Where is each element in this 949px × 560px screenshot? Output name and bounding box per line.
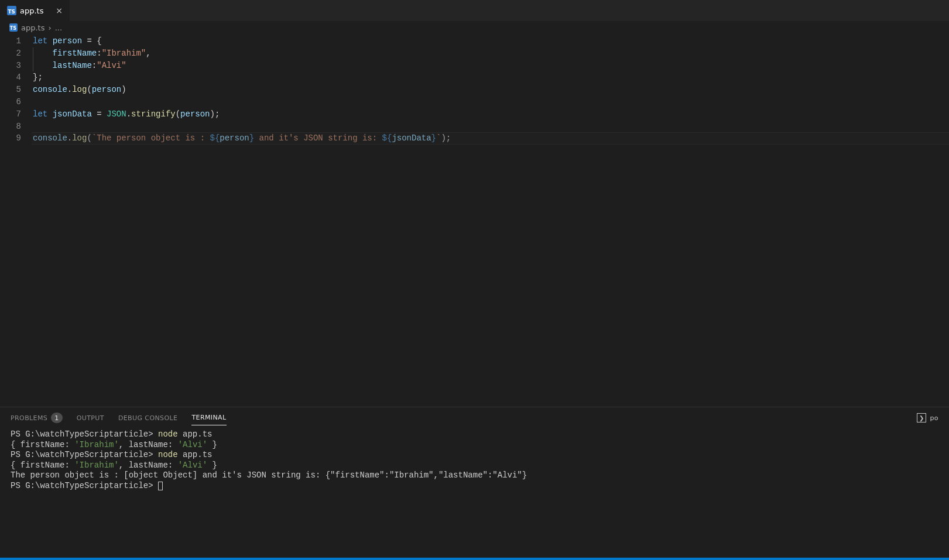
tab-output[interactable]: OUTPUT: [77, 411, 104, 425]
tab-file-name: app.ts: [20, 6, 43, 15]
line-number: 7: [0, 108, 21, 121]
terminal-line: PS G:\watchTypeScriptarticle> node app.t…: [11, 450, 938, 461]
tab-terminal[interactable]: TERMINAL: [191, 410, 226, 425]
code-line[interactable]: let person = {: [33, 35, 949, 47]
close-icon[interactable]: ×: [56, 6, 63, 15]
code-line[interactable]: };: [33, 71, 949, 84]
problems-count-badge: 1: [51, 413, 62, 423]
code-line[interactable]: console.log(person): [33, 84, 949, 96]
bottom-panel: PROBLEMS 1 OUTPUT DEBUG CONSOLE TERMINAL…: [0, 407, 949, 558]
panel-action-label: po: [930, 414, 938, 422]
tab-problems[interactable]: PROBLEMS 1: [11, 409, 63, 427]
line-number: 2: [0, 47, 21, 60]
status-bar[interactable]: [0, 558, 949, 560]
tab-problems-label: PROBLEMS: [11, 414, 47, 422]
line-number: 8: [0, 121, 21, 133]
terminal-line: PS G:\watchTypeScriptarticle> node app.t…: [11, 430, 938, 440]
terminal-cursor: [158, 482, 163, 490]
typescript-file-icon: TS: [7, 6, 16, 15]
typescript-file-icon: TS: [9, 23, 18, 32]
terminal-line: { firstName: 'Ibrahim', lastName: 'Alvi'…: [11, 440, 938, 451]
code-line[interactable]: firstName:"Ibrahim",: [33, 47, 949, 60]
line-number-gutter: 123456789: [0, 35, 33, 407]
breadcrumb-filename: app.ts: [21, 23, 44, 32]
line-number: 6: [0, 96, 21, 108]
panel-tabs: PROBLEMS 1 OUTPUT DEBUG CONSOLE TERMINAL…: [0, 407, 949, 428]
breadcrumb[interactable]: TS app.ts › ...: [0, 21, 949, 34]
terminal-line: { firstName: 'Ibrahim', lastName: 'Alvi'…: [11, 461, 938, 471]
line-number: 1: [0, 35, 21, 47]
terminal-line: The person object is : [object Object] a…: [11, 470, 938, 481]
code-editor[interactable]: 123456789 let person = { firstName:"Ibra…: [0, 34, 949, 407]
tab-debug-console-label: DEBUG CONSOLE: [118, 414, 178, 422]
code-line[interactable]: [33, 121, 949, 133]
terminal-launch-icon[interactable]: ❯: [917, 413, 926, 422]
tab-output-label: OUTPUT: [77, 414, 104, 422]
code-area[interactable]: let person = { firstName:"Ibrahim", last…: [33, 35, 949, 407]
breadcrumb-separator: ›: [48, 23, 51, 32]
line-number: 5: [0, 84, 21, 96]
code-line[interactable]: console.log(`The person object is : ${pe…: [33, 132, 949, 145]
terminal-output[interactable]: PS G:\watchTypeScriptarticle> node app.t…: [0, 428, 949, 558]
line-number: 9: [0, 132, 21, 145]
code-line[interactable]: [33, 96, 949, 108]
code-line[interactable]: let jsonData = JSON.stringify(person);: [33, 108, 949, 121]
tab-debug-console[interactable]: DEBUG CONSOLE: [118, 411, 178, 425]
editor-tab-app-ts[interactable]: TS app.ts ×: [0, 0, 70, 21]
editor-tab-bar: TS app.ts ×: [0, 0, 949, 21]
breadcrumb-ellipsis: ...: [55, 23, 62, 32]
panel-actions: ❯ po: [917, 413, 938, 422]
terminal-line: PS G:\watchTypeScriptarticle>: [11, 481, 938, 492]
line-number: 3: [0, 60, 21, 72]
tab-terminal-label: TERMINAL: [191, 414, 226, 421]
code-line[interactable]: lastName:"Alvi": [33, 60, 949, 72]
line-number: 4: [0, 71, 21, 84]
